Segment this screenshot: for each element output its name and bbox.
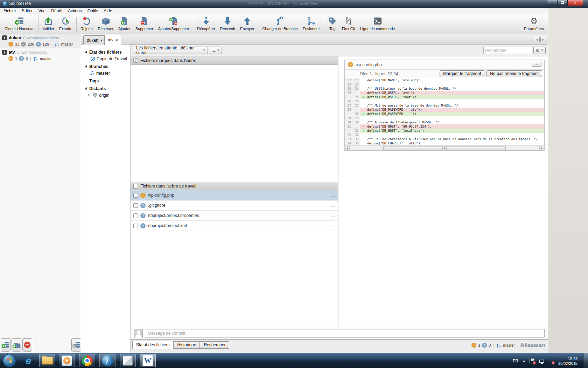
search-input[interactable]: [484, 48, 541, 53]
file-checkbox[interactable]: [133, 203, 138, 208]
remove-button[interactable]: Supprimer: [133, 15, 156, 34]
taskbar-sourcetree[interactable]: [99, 354, 115, 367]
row-menu-button[interactable]: ...: [331, 213, 335, 218]
modified-badge-icon: ···: [8, 56, 13, 61]
tree-working-copy[interactable]: Copie de Travail: [81, 55, 130, 62]
repo-settings-button[interactable]: ⚙: [71, 338, 81, 352]
menu-actions[interactable]: Actions: [65, 8, 84, 14]
repo-icon: [2, 50, 7, 55]
add-button[interactable]: Ajouter: [116, 15, 133, 34]
file-checkbox[interactable]: [133, 193, 138, 198]
close-tab-icon[interactable]: ×: [100, 38, 103, 42]
minimize-button[interactable]: —: [547, 0, 557, 6]
tree-file-status[interactable]: ◢ État des fichiers: [81, 49, 130, 55]
scroll-right-icon[interactable]: ▸: [539, 146, 544, 150]
taskbar-word[interactable]: W: [140, 354, 156, 367]
tab-history[interactable]: Historique: [173, 341, 200, 349]
language-indicator[interactable]: FR: [513, 359, 518, 363]
action-center-icon[interactable]: [530, 359, 535, 363]
tab-dukan[interactable]: dukan ×: [83, 35, 106, 45]
taskbar-chrome[interactable]: [79, 354, 95, 367]
row-menu-button[interactable]: ...: [331, 193, 335, 198]
show-hidden-icons[interactable]: ▲: [523, 359, 525, 362]
discard-hunk-button[interactable]: Ne pas retenir le fragment: [486, 70, 542, 77]
repo-item-dukan[interactable]: dukan C:\wamp\www\dukan ···33 −230 ?126 …: [0, 34, 81, 48]
settings-button[interactable]: ⚙ Paramètres: [522, 15, 546, 34]
menu-fichier[interactable]: Fichier: [1, 8, 19, 14]
branch-button[interactable]: Changer de Branche: [260, 15, 300, 34]
commit-button[interactable]: Valider: [40, 15, 57, 34]
add-working-copy-button[interactable]: [12, 338, 21, 352]
diff-options-button[interactable]: ⚙ ▼: [533, 47, 546, 54]
tab-scroll-right-icon[interactable]: ▸: [540, 37, 546, 42]
scrollbar-thumb[interactable]: ▮▮▮: [383, 146, 506, 150]
taskbar-media-player[interactable]: [59, 354, 75, 367]
file-checkbox[interactable]: [133, 213, 138, 218]
file-row-project-xml[interactable]: ? nbproject/project.xml ...: [131, 221, 338, 231]
expander-icon[interactable]: ◢: [85, 64, 88, 68]
pending-files-dropdown[interactable]: Les fichiers en attente, triés par statu…: [134, 47, 208, 54]
staged-checkbox[interactable]: ✓: [133, 58, 138, 63]
tab-search[interactable]: Rechercher: [200, 341, 229, 349]
stash-button[interactable]: Réserver: [95, 15, 116, 34]
tag-button[interactable]: Tag: [326, 15, 340, 34]
tree-remotes[interactable]: ◢ Distants: [81, 85, 130, 92]
tree-tags[interactable]: Tags: [81, 77, 130, 84]
file-checkbox[interactable]: [133, 224, 138, 228]
push-button[interactable]: Envoyer: [238, 15, 257, 34]
close-button[interactable]: ✕: [567, 0, 583, 6]
fetch-button[interactable]: Récupérer: [195, 15, 217, 34]
tab-atv[interactable]: atv ×: [104, 35, 121, 45]
file-row-gitignore[interactable]: ? .gitignore ...: [131, 200, 338, 211]
row-menu-button[interactable]: ...: [331, 223, 335, 228]
volume-muted-icon[interactable]: [548, 359, 554, 363]
taskbar-internet-explorer[interactable]: e: [20, 354, 36, 367]
add-remove-button[interactable]: Ajouter/Supprimer: [156, 15, 192, 34]
menu-vue[interactable]: Vue: [35, 8, 48, 14]
row-menu-button[interactable]: ...: [331, 203, 335, 208]
view-options-button[interactable]: ☰ ▼: [210, 47, 222, 54]
file-row-project-properties[interactable]: ? nbproject/project.properties ...: [131, 211, 338, 221]
close-tab-icon[interactable]: ×: [115, 38, 118, 42]
tree-branch-master[interactable]: master: [81, 70, 130, 76]
menu-outils[interactable]: Outils: [85, 8, 101, 14]
repo-item-atv[interactable]: atv C:\wamp\www\atv ···1 ?3 | master: [0, 48, 81, 63]
tab-file-status[interactable]: Statut des fichiers: [132, 341, 173, 349]
diff-search-box: [483, 47, 532, 54]
sourcetree-window: Fichier Editer Vue Dépôt Actions Outils …: [0, 8, 548, 353]
discard-button[interactable]: Rejeter: [78, 15, 95, 34]
commit-message-input[interactable]: [145, 329, 545, 338]
stage-hunk-button[interactable]: Marquer le fragment: [440, 70, 484, 77]
clock[interactable]: 12:43 20/02/2015: [558, 356, 578, 366]
checkout-button[interactable]: Extraire: [57, 15, 75, 34]
network-icon[interactable]: [539, 360, 544, 363]
expander-icon[interactable]: ◢: [85, 87, 88, 90]
merge-button[interactable]: Fusionner: [300, 15, 322, 34]
svg-text:⚙: ⚙: [72, 343, 77, 349]
file-row-wp-config[interactable]: ··· wp-config.php ...: [131, 190, 338, 200]
expander-icon[interactable]: ◢: [85, 50, 88, 53]
pull-button[interactable]: Recevoir: [218, 15, 238, 34]
remove-repo-button[interactable]: [22, 338, 32, 352]
tree-branches[interactable]: ◢ Branches: [81, 63, 130, 70]
diff-horizontal-scrollbar[interactable]: ◂ ▮▮▮ ▸: [345, 145, 544, 150]
taskbar-explorer[interactable]: [39, 354, 55, 367]
scroll-left-icon[interactable]: ◂: [345, 146, 350, 150]
expander-icon[interactable]: ▷: [88, 94, 91, 97]
tree-remote-origin[interactable]: ▷ origin: [81, 92, 130, 98]
start-button[interactable]: [3, 354, 16, 367]
commit-icon: [44, 16, 53, 26]
worktree-checkbox[interactable]: [133, 184, 138, 189]
menu-editer[interactable]: Editer: [19, 8, 35, 14]
gitflow-button[interactable]: Flux Git: [340, 15, 358, 34]
show-desktop-button[interactable]: [583, 353, 588, 368]
new-repo-button[interactable]: [1, 338, 10, 352]
tab-scroll-left-icon[interactable]: ◂: [534, 37, 540, 42]
menu-aide[interactable]: Aide: [101, 8, 115, 14]
menu-depot[interactable]: Dépôt: [48, 8, 65, 14]
terminal-button[interactable]: Ligne de commande: [358, 15, 398, 34]
taskbar-virtualbox[interactable]: [120, 354, 136, 367]
clone-new-button[interactable]: Cloner / Nouveau: [2, 15, 37, 34]
maximize-button[interactable]: [557, 0, 567, 6]
diff-menu-button[interactable]: ...: [532, 62, 541, 67]
